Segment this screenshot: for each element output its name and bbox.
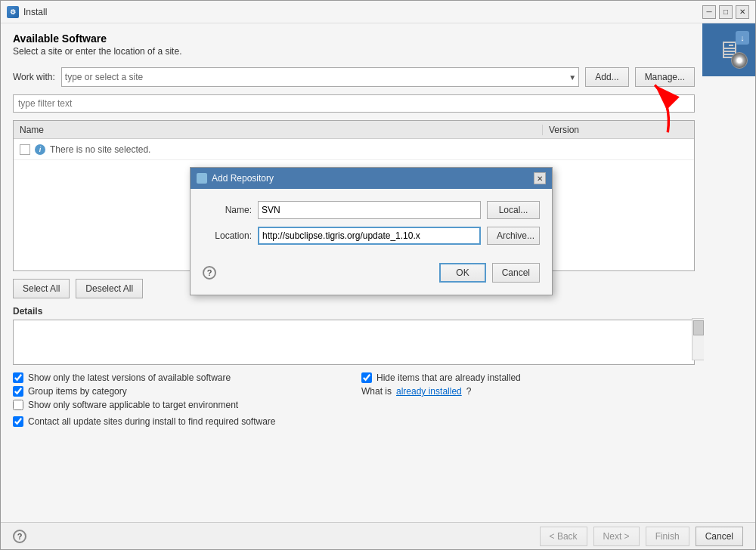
app-icon: ⚙	[7, 6, 19, 18]
dialog-archive-button[interactable]: Archive...	[487, 227, 540, 245]
dialog-help-icon[interactable]: ?	[203, 266, 216, 280]
group-by-category-checkbox[interactable]	[13, 386, 23, 397]
already-installed-link[interactable]: already installed	[396, 386, 462, 397]
bottom-bar: ? < Back Next > Finish Cancel	[1, 522, 755, 549]
dialog-cancel-button[interactable]: Cancel	[492, 263, 540, 283]
contact-update-sites-option: Contact all update sites during install …	[13, 416, 695, 427]
site-select[interactable]: type or select a site	[61, 67, 579, 87]
window-title: Install	[23, 7, 702, 17]
window-controls: ─ □ ✕	[702, 5, 749, 19]
what-is-installed-prefix: What is	[361, 386, 392, 397]
show-latest-option: Show only the latest versions of availab…	[13, 372, 346, 383]
group-by-category-label: Group items by category	[28, 386, 127, 397]
scrollbar[interactable]	[692, 318, 704, 360]
contact-update-sites-checkbox[interactable]	[13, 416, 23, 427]
dialog-name-input[interactable]	[258, 201, 481, 219]
manage-button[interactable]: Manage...	[635, 67, 695, 87]
show-latest-label: Show only the latest versions of availab…	[28, 372, 231, 383]
work-with-label: Work with:	[13, 72, 55, 82]
dialog-help: ?	[203, 266, 216, 280]
show-applicable-label: Show only software applicable to target …	[28, 400, 238, 410]
work-with-row: Work with: type or select a site ▼ Add..…	[13, 67, 695, 87]
options-area: Show only the latest versions of availab…	[13, 372, 695, 427]
no-site-message: There is no site selected.	[50, 144, 150, 155]
back-button[interactable]: < Back	[540, 527, 587, 546]
dialog-location-row: Location: Archive...	[203, 227, 540, 245]
deselect-all-button[interactable]: Deselect All	[76, 279, 143, 298]
page-subtitle: Select a site or enter the location of a…	[13, 46, 695, 57]
table-row: i There is no site selected.	[14, 139, 694, 160]
table-header: Name Version	[14, 121, 694, 139]
details-section: Details	[13, 306, 695, 365]
details-content	[13, 320, 695, 365]
bottom-help: ?	[13, 530, 26, 543]
details-label: Details	[13, 306, 695, 317]
maximize-button[interactable]: □	[719, 5, 733, 19]
main-window: ⚙ Install ─ □ ✕ 🖥 ↓ Available Software S…	[0, 0, 756, 550]
show-applicable-checkbox[interactable]	[13, 400, 23, 410]
hide-installed-label: Hide items that are already installed	[376, 372, 521, 383]
info-icon: i	[35, 144, 45, 155]
cancel-button[interactable]: Cancel	[696, 527, 743, 546]
show-applicable-option: Show only software applicable to target …	[13, 400, 346, 410]
dialog-location-input[interactable]	[258, 227, 481, 245]
dialog-name-label: Name:	[203, 205, 252, 215]
add-repository-dialog: Add Repository ✕ Name: Local... Location…	[190, 167, 553, 295]
what-is-installed-suffix: ?	[466, 386, 472, 397]
next-button[interactable]: Next >	[593, 527, 640, 546]
column-name-header: Name	[14, 125, 543, 135]
dialog-location-label: Location:	[203, 230, 252, 241]
dialog-content: Name: Local... Location: Archive...	[191, 189, 552, 257]
select-all-button[interactable]: Select All	[13, 279, 70, 298]
finish-button[interactable]: Finish	[646, 527, 689, 546]
help-icon[interactable]: ?	[13, 530, 26, 543]
dialog-ok-button[interactable]: OK	[439, 263, 485, 283]
header-section: Available Software Select a site or ente…	[13, 32, 695, 57]
page-title: Available Software	[13, 32, 695, 45]
dialog-local-button[interactable]: Local...	[487, 201, 540, 219]
group-by-category-option: Group items by category	[13, 386, 346, 397]
dialog-name-row: Name: Local...	[203, 201, 540, 219]
title-bar: ⚙ Install ─ □ ✕	[1, 1, 755, 23]
site-select-wrapper: type or select a site ▼	[61, 67, 579, 87]
dialog-footer: ? OK Cancel	[191, 257, 552, 295]
show-latest-checkbox[interactable]	[13, 372, 23, 383]
column-version-header: Version	[543, 125, 694, 135]
contact-update-sites-label: Contact all update sites during install …	[28, 416, 276, 427]
dialog-close-button[interactable]: ✕	[534, 172, 546, 184]
dialog-title-left: Add Repository	[197, 173, 274, 184]
dialog-title-icon	[197, 173, 207, 184]
hide-installed-checkbox[interactable]	[361, 372, 372, 383]
what-is-installed-row: What is already installed ?	[361, 386, 695, 397]
bottom-navigation: < Back Next > Finish Cancel	[540, 527, 743, 546]
row-checkbox[interactable]	[20, 144, 30, 155]
minimize-button[interactable]: ─	[702, 5, 716, 19]
dialog-title-bar: Add Repository ✕	[191, 168, 552, 189]
filter-input[interactable]	[13, 94, 695, 113]
add-button[interactable]: Add...	[585, 67, 628, 87]
close-button[interactable]: ✕	[736, 5, 749, 19]
corner-icon: 🖥 ↓	[702, 23, 755, 76]
dialog-action-buttons: OK Cancel	[439, 263, 540, 283]
dialog-title-text: Add Repository	[212, 173, 274, 184]
hide-installed-option: Hide items that are already installed	[361, 372, 695, 383]
scrollbar-thumb[interactable]	[693, 320, 704, 335]
